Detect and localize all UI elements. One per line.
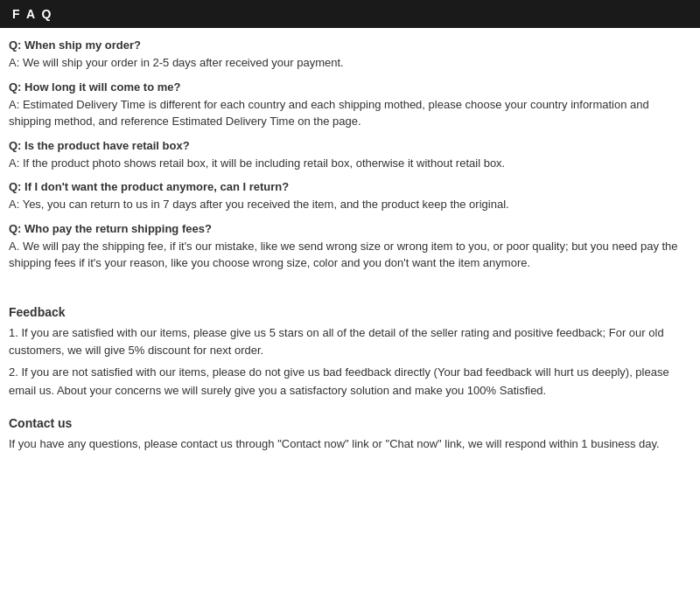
answer-3: A: If the product photo shows retail box…	[9, 155, 691, 172]
question-4: Q: If I don't want the product anymore, …	[9, 180, 691, 193]
answer-1: A: We will ship your order in 2-5 days a…	[9, 54, 691, 72]
faq-header: F A Q	[0, 0, 700, 28]
feedback-point-1: 1. If you are satisfied with our items, …	[9, 324, 691, 361]
answer-5: A. We will pay the shipping fee, if it's…	[9, 238, 691, 272]
qa-item-4: Q: If I don't want the product anymore, …	[9, 180, 691, 213]
feedback-point-2: 2. If you are not satisfied with our ite…	[9, 364, 691, 400]
answer-4: A: Yes, you can return to us in 7 days a…	[9, 196, 691, 213]
qa-item-1: Q: When ship my order? A: We will ship y…	[9, 38, 691, 72]
contact-text: If you have any questions, please contac…	[9, 435, 691, 454]
contact-section: Contact us If you have any questions, pl…	[9, 416, 691, 454]
feedback-title: Feedback	[9, 305, 691, 319]
qa-item-2: Q: How long it will come to me? A: Estim…	[9, 80, 691, 130]
question-5: Q: Who pay the return shipping fees?	[9, 222, 691, 235]
qa-item-5: Q: Who pay the return shipping fees? A. …	[9, 222, 691, 272]
question-3: Q: Is the product have retail box?	[9, 139, 691, 152]
qa-item-3: Q: Is the product have retail box? A: If…	[9, 139, 691, 172]
contact-title: Contact us	[9, 416, 691, 430]
answer-2: A: Estimated Delivery Time is different …	[9, 96, 691, 130]
question-1: Q: When ship my order?	[9, 38, 691, 52]
question-2: Q: How long it will come to me?	[9, 80, 691, 94]
feedback-section: Feedback 1. If you are satisfied with ou…	[9, 305, 691, 400]
